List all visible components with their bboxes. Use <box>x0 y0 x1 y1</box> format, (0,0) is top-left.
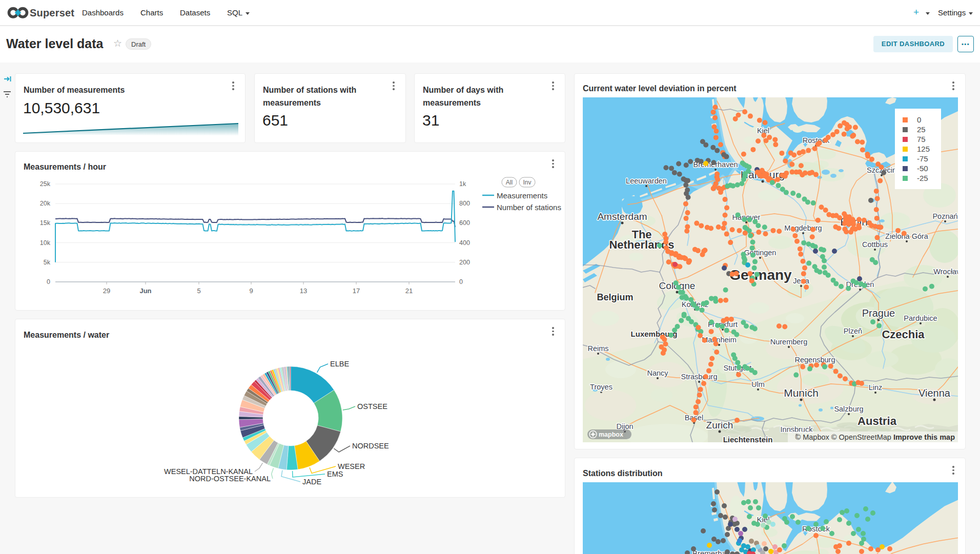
svg-text:600: 600 <box>459 219 470 227</box>
svg-text:EMS: EMS <box>327 470 343 478</box>
svg-text:© Mapbox © OpenStreetMap Impro: © Mapbox © OpenStreetMap Improve this ma… <box>795 433 955 441</box>
svg-text:NORD-OSTSEE-KANAL: NORD-OSTSEE-KANAL <box>189 475 271 483</box>
svg-text:9: 9 <box>249 287 253 295</box>
svg-text:All: All <box>506 179 513 186</box>
svg-text:29: 29 <box>103 287 110 295</box>
svg-text:Nuremberg: Nuremberg <box>770 338 808 346</box>
svg-text:Ulm: Ulm <box>751 380 765 388</box>
svg-text:400: 400 <box>459 239 470 247</box>
svg-text:Number of stations: Number of stations <box>497 203 561 212</box>
svg-text:25k: 25k <box>40 180 51 188</box>
svg-text:Czechia: Czechia <box>882 328 925 341</box>
svg-text:Troyes: Troyes <box>590 383 612 391</box>
svg-text:Poznań: Poznań <box>932 212 957 220</box>
svg-text:Belgium: Belgium <box>597 292 633 302</box>
svg-text:Prague: Prague <box>862 307 895 319</box>
svg-text:21: 21 <box>405 287 413 295</box>
svg-text:Liechtenstein: Liechtenstein <box>723 435 773 442</box>
svg-text:Reims: Reims <box>587 344 608 353</box>
svg-text:NORDSEE: NORDSEE <box>352 442 389 450</box>
svg-text:Strasbourg: Strasbourg <box>681 373 718 381</box>
svg-text:Germany: Germany <box>729 267 792 283</box>
svg-text:13: 13 <box>300 287 307 295</box>
svg-text:200: 200 <box>459 259 470 266</box>
svg-text:Measurements: Measurements <box>497 191 547 200</box>
svg-text:1k: 1k <box>459 180 466 188</box>
svg-text:Nancy: Nancy <box>647 369 668 377</box>
svg-text:WESEL-DATTELN-KANAL: WESEL-DATTELN-KANAL <box>164 467 253 476</box>
svg-text:0: 0 <box>459 278 463 285</box>
svg-text:-25: -25 <box>917 174 928 182</box>
svg-text:Zielona Góra: Zielona Góra <box>885 232 929 240</box>
svg-text:Zurich: Zurich <box>706 420 733 430</box>
svg-text:Vienna: Vienna <box>918 387 951 399</box>
svg-text:Pardubice: Pardubice <box>904 314 937 322</box>
svg-text:Göttingen: Göttingen <box>744 249 777 257</box>
svg-text:Dijon: Dijon <box>616 422 633 430</box>
svg-text:10k: 10k <box>40 239 51 247</box>
svg-text:125: 125 <box>917 145 930 153</box>
svg-text:17: 17 <box>353 287 360 295</box>
svg-text:0: 0 <box>917 115 921 124</box>
svg-text:Munich: Munich <box>784 387 819 399</box>
svg-text:OSTSEE: OSTSEE <box>357 402 387 411</box>
svg-text:800: 800 <box>459 200 470 207</box>
svg-text:WESER: WESER <box>338 462 365 470</box>
svg-text:75: 75 <box>917 135 926 143</box>
svg-text:-75: -75 <box>917 154 928 163</box>
svg-text:Inv: Inv <box>523 179 531 186</box>
svg-text:Salzburg: Salzburg <box>834 405 863 413</box>
svg-text:-50: -50 <box>917 164 928 173</box>
svg-text:ELBE: ELBE <box>330 360 349 368</box>
svg-text:Jun: Jun <box>139 287 151 295</box>
svg-text:Amsterdam: Amsterdam <box>597 211 647 222</box>
svg-text:20k: 20k <box>40 200 51 207</box>
svg-text:15k: 15k <box>40 219 51 227</box>
svg-text:Wrocław: Wrocław <box>933 268 958 276</box>
svg-text:Regensburg: Regensburg <box>795 356 835 364</box>
svg-text:25: 25 <box>917 125 926 134</box>
svg-text:JADE: JADE <box>302 478 321 486</box>
svg-text:Austria: Austria <box>858 415 897 427</box>
svg-text:0: 0 <box>47 278 50 285</box>
svg-text:Leeuwarden: Leeuwarden <box>626 177 667 185</box>
svg-text:Linz: Linz <box>869 383 883 392</box>
svg-text:mapbox: mapbox <box>599 431 623 438</box>
svg-text:Magdeburg: Magdeburg <box>784 224 822 232</box>
svg-text:5: 5 <box>197 287 200 295</box>
svg-text:Plzeň: Plzeň <box>844 327 862 335</box>
svg-text:Cottbus: Cottbus <box>862 240 888 249</box>
svg-text:5k: 5k <box>44 259 51 266</box>
